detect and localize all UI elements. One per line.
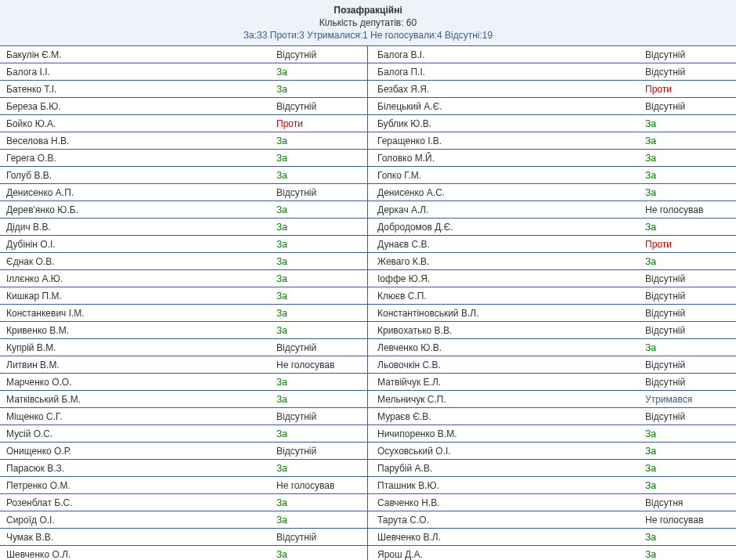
table-row: Матківський Б.М.За <box>0 391 368 408</box>
table-row: Пташник В.Ю.За <box>368 477 736 494</box>
deputy-count: Кількість депутатів: 60 <box>0 17 736 28</box>
deputy-name: Голуб В.В. <box>0 170 273 181</box>
vote-value: Не голосував <box>273 480 367 491</box>
table-row: Мельничук С.П.Утримався <box>368 391 736 408</box>
table-row: Добродомов Д.Є.За <box>368 219 736 236</box>
vote-value: За <box>642 256 736 267</box>
deputy-name: Мельничук С.П. <box>368 394 642 405</box>
table-row: Шевченко О.Л.За <box>0 546 368 560</box>
deputy-name: Дідич В.В. <box>0 222 273 233</box>
table-row: Льовочкін С.В.Відсутній <box>368 356 736 374</box>
table-row: Бакулін Є.М.Відсутній <box>0 46 368 63</box>
vote-value: За <box>273 549 367 560</box>
vote-value: Не голосував <box>273 359 367 370</box>
vote-value: За <box>642 446 736 457</box>
vote-value: Відсутній <box>642 359 736 370</box>
deputy-name: Онищенко О.Р. <box>0 446 273 457</box>
table-row: Ярош Д.А.За <box>368 546 736 560</box>
deputy-name: Денисенко А.П. <box>0 187 273 198</box>
table-row: Левченко Ю.В.За <box>368 339 736 356</box>
deputy-name: Ярош Д.А. <box>368 549 642 560</box>
deputy-name: Геращенко І.В. <box>368 135 642 146</box>
table-row: Онищенко О.Р.Відсутній <box>0 443 368 460</box>
table-row: Гопко Г.М.За <box>368 167 736 184</box>
left-column: Бакулін Є.М.ВідсутнійБалога І.І.ЗаБатенк… <box>0 46 368 560</box>
table-row: Ничипоренко В.М.За <box>368 425 736 443</box>
deputy-name: Литвин В.М. <box>0 359 273 370</box>
deputy-name: Добродомов Д.Є. <box>368 222 642 233</box>
deputy-name: Тарута С.О. <box>368 515 642 526</box>
vote-value: Проти <box>642 84 736 95</box>
vote-value: За <box>273 135 367 146</box>
vote-value: За <box>273 204 367 215</box>
vote-value: За <box>642 480 736 491</box>
deputy-name: Осуховський О.І. <box>368 446 642 457</box>
deputy-name: Левченко Ю.В. <box>368 342 642 353</box>
vote-value: Відсутній <box>642 291 736 302</box>
vote-value: Відсутній <box>273 532 367 543</box>
table-row: Дунаєв С.В.Проти <box>368 236 736 253</box>
deputy-name: Шевченко О.Л. <box>0 549 273 560</box>
table-row: Батенко Т.І.За <box>0 81 368 98</box>
table-row: Дідич В.В.За <box>0 219 368 236</box>
vote-value: За <box>273 308 367 319</box>
deputy-name: Ничипоренко В.М. <box>368 428 642 439</box>
table-row: Береза Б.Ю.Відсутній <box>0 98 368 115</box>
table-row: Осуховський О.І.За <box>368 443 736 460</box>
deputy-name: Константіновський В.Л. <box>368 308 642 319</box>
vote-value: За <box>273 256 367 267</box>
voting-table: Позафракційні Кількість депутатів: 60 За… <box>0 0 736 560</box>
vote-value: За <box>273 428 367 439</box>
deputy-name: Чумак В.В. <box>0 532 273 543</box>
deputy-name: Безбах Я.Я. <box>368 84 642 95</box>
table-row: Купрій В.М.Відсутній <box>0 339 368 356</box>
right-column: Балога В.І.ВідсутнійБалога П.І.Відсутній… <box>368 46 736 560</box>
deputy-name: Головко М.Й. <box>368 153 642 164</box>
vote-value: За <box>642 549 736 560</box>
deputy-name: Мураєв Є.В. <box>368 411 642 422</box>
vote-value: За <box>642 532 736 543</box>
vote-value: Відсутній <box>642 273 736 284</box>
vote-value: Відсутній <box>642 377 736 388</box>
deputy-name: Кривенко В.М. <box>0 325 273 336</box>
vote-value: Відсутній <box>273 446 367 457</box>
vote-value: За <box>642 222 736 233</box>
vote-value: За <box>273 291 367 302</box>
table-row: Сироїд О.І.За <box>0 511 368 529</box>
table-row: Савченко Н.В.Відсутня <box>368 494 736 511</box>
vote-value: За <box>273 222 367 233</box>
vote-value: Відсутня <box>642 497 736 508</box>
deputy-name: Пташник В.Ю. <box>368 480 642 491</box>
deputy-name: Розенблат Б.С. <box>0 497 273 508</box>
table-row: Константіновський В.Л.Відсутній <box>368 305 736 322</box>
table-row: Бублик Ю.В.За <box>368 115 736 132</box>
deputy-name: Єднак О.В. <box>0 256 273 267</box>
table-row: Герега О.В.За <box>0 150 368 167</box>
table-row: Мураєв Є.В.Відсутній <box>368 408 736 425</box>
vote-value: Відсутній <box>273 342 367 353</box>
vote-value: За <box>642 342 736 353</box>
deputy-name: Савченко Н.В. <box>368 497 642 508</box>
deputy-name: Матвійчук Е.Л. <box>368 377 642 388</box>
vote-value: За <box>273 153 367 164</box>
table-row: Тарута С.О.Не голосував <box>368 511 736 529</box>
table-row: Парубій А.В.За <box>368 460 736 477</box>
table-row: Кишкар П.М.За <box>0 287 368 305</box>
table-row: Кривохатько В.В.Відсутній <box>368 322 736 339</box>
table-row: Веселова Н.В.За <box>0 132 368 150</box>
table-row: Деркач А.Л.Не голосував <box>368 201 736 219</box>
table-row: Іоффе Ю.Я.Відсутній <box>368 270 736 287</box>
table-row: Міщенко С.Г.Відсутній <box>0 408 368 425</box>
deputy-name: Кишкар П.М. <box>0 291 273 302</box>
vote-value: За <box>642 428 736 439</box>
vote-value: Відсутній <box>273 187 367 198</box>
table-row: Голуб В.В.За <box>0 167 368 184</box>
vote-value: Відсутній <box>642 411 736 422</box>
table-row: Матвійчук Е.Л.Відсутній <box>368 374 736 391</box>
deputy-name: Жеваго К.В. <box>368 256 642 267</box>
vote-value: Не голосував <box>642 204 736 215</box>
deputy-name: Клюєв С.П. <box>368 291 642 302</box>
vote-value: Відсутній <box>273 101 367 112</box>
deputy-name: Кривохатько В.В. <box>368 325 642 336</box>
table-body: Бакулін Є.М.ВідсутнійБалога І.І.ЗаБатенк… <box>0 46 736 560</box>
